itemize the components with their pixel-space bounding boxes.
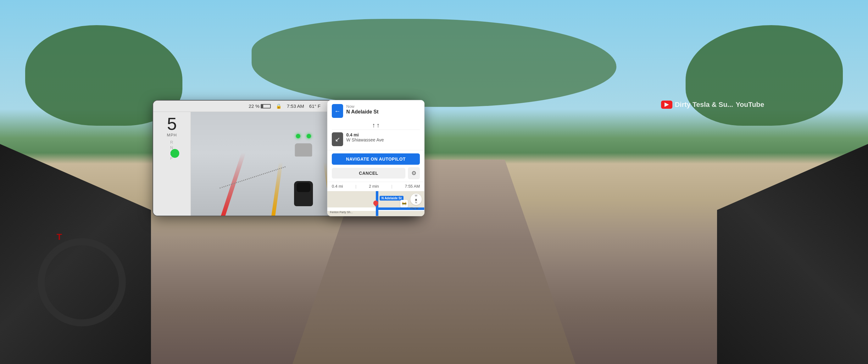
nav-next-dist: 0.4 mi	[346, 132, 420, 137]
gear-icon: ⚙	[411, 170, 416, 177]
nav-next-street: W Shiawassee Ave	[346, 137, 420, 142]
map-thew-label: The W...	[410, 207, 421, 210]
nav-action-row: CANCEL ⚙	[328, 167, 424, 182]
traffic-light-2	[307, 134, 311, 138]
nav-now-text: Now N Adelaide St	[346, 104, 420, 115]
channel-info: Dirty Tesla & Su... YouTube	[661, 101, 764, 109]
youtube-icon	[661, 101, 672, 109]
map-compass: W ▲ N	[410, 194, 422, 205]
trip-distance: 0.4 mi	[332, 184, 343, 189]
battery-indicator: 22 %	[249, 103, 271, 109]
compass-w: W	[415, 194, 417, 197]
nav-header: ← Now N Adelaide St ↑ ↑ ↙ 0.4 mi W Shiaw…	[328, 100, 424, 150]
tesla-logo: T	[57, 232, 75, 244]
battery-fill	[261, 105, 263, 108]
trip-eta: 7:55 AM	[405, 184, 420, 189]
platform-name: YouTube	[736, 101, 764, 109]
nav-now-label: Now	[346, 104, 420, 109]
battery-percentage: 22 %	[249, 103, 259, 109]
lock-icon: 🔒	[276, 103, 282, 109]
nav-next-row: ↙ 0.4 mi W Shiawassee Ave	[332, 130, 420, 146]
nav-turn-arrow-next: ↙	[335, 135, 340, 143]
map-street-label: N Adelaide St	[380, 196, 403, 201]
other-vehicle	[295, 143, 312, 157]
ego-car-top	[297, 183, 310, 192]
nav-turn-arrow-now: ←	[334, 107, 341, 115]
traffic-lights	[296, 134, 311, 138]
steering-wheel	[38, 238, 126, 326]
compass-label: W ▲ N	[414, 194, 418, 205]
status-temp: 61° F	[309, 103, 320, 109]
youtube-play-icon	[664, 102, 669, 107]
nav-turn-icon-next: ↙	[332, 132, 343, 146]
speed-unit: MPH	[167, 133, 177, 137]
navigate-autopilot-button[interactable]: NAVIGATE ON AUTOPILOT	[332, 154, 420, 165]
ego-car-body	[294, 181, 313, 206]
battery-bar	[261, 104, 271, 108]
nav-next-text: 0.4 mi W Shiawassee Ave	[346, 132, 420, 142]
up-arrow-1: ↑	[372, 122, 375, 129]
current-speed: 5	[167, 115, 177, 133]
nav-turn-icon-now: ←	[332, 104, 343, 118]
trip-separator-2: |	[391, 184, 392, 189]
cancel-button[interactable]: CANCEL	[332, 168, 405, 178]
map-fenton-label: Fenton Party Sh...	[330, 210, 353, 214]
driving-panel: 5 MPH R N D P	[153, 112, 191, 216]
map-construction-icon: 🚧	[400, 200, 408, 207]
traffic-light-1	[296, 134, 300, 138]
autopilot-indicator-dot	[170, 149, 179, 158]
compass-n: N	[415, 201, 417, 204]
ego-car-viz	[294, 181, 313, 206]
status-time: 7:53 AM	[287, 103, 304, 109]
nav-panel: ← Now N Adelaide St ↑ ↑ ↙ 0.4 mi W Shiaw…	[327, 100, 425, 216]
nav-arrows-row: ↑ ↑	[332, 121, 420, 130]
gear-r: R	[170, 140, 174, 144]
trip-separator-1: |	[355, 184, 356, 189]
settings-gear-button[interactable]: ⚙	[408, 167, 420, 179]
compass-arrow: ▲	[414, 197, 418, 201]
nav-map: N Adelaide St Fenton Party Sh... The W..…	[328, 191, 424, 216]
nav-now-row: ← Now N Adelaide St	[332, 104, 420, 118]
nav-now-street: N Adelaide St	[346, 109, 420, 115]
up-arrow-2: ↑	[376, 122, 380, 129]
trip-time: 2 min	[369, 184, 379, 189]
channel-name: Dirty Tesla & Su...	[675, 101, 733, 109]
nav-trip-row: 0.4 mi | 2 min | 7:55 AM	[328, 182, 424, 191]
